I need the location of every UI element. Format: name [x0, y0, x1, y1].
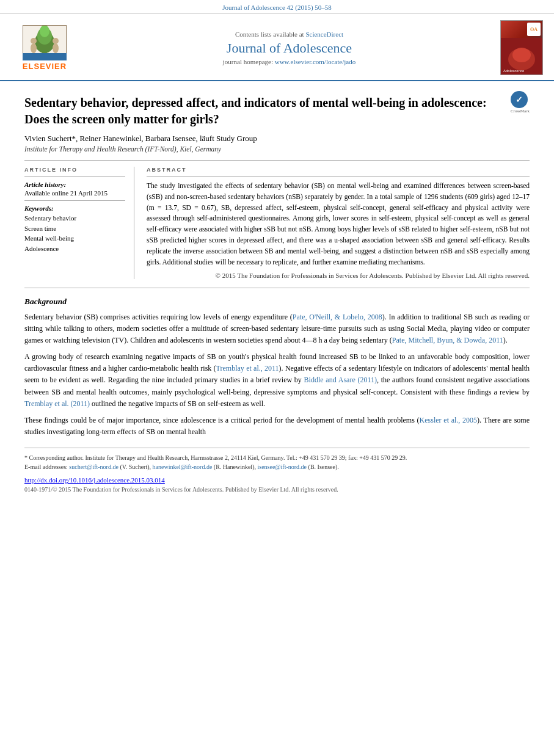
elsevier-text-label: ELSEVIER: [23, 62, 67, 71]
email-suchert[interactable]: suchert@ift-nord.de: [69, 463, 118, 470]
email-isensee[interactable]: isensee@ift-nord.de: [257, 463, 307, 470]
ref-pate-2008[interactable]: Pate, O'Neill, & Lobelo, 2008: [293, 313, 382, 321]
background-heading: Background: [24, 297, 530, 307]
crossmark-icon: ✓: [511, 91, 528, 108]
crossmark-label: CrossMark: [511, 109, 530, 114]
journal-homepage: journal homepage: www.elsevier.com/locat…: [84, 58, 494, 65]
article-title-section: Sedentary behavior, depressed affect, an…: [24, 90, 530, 134]
journal-citation: Journal of Adolescence 42 (2015) 50–58: [222, 4, 332, 11]
oa-badge: OA: [527, 23, 541, 36]
authors-line: Vivien Suchert*, Reiner Hanewinkel, Barb…: [24, 134, 530, 144]
email-hanewinkel[interactable]: hanewinkel@ift-nord.de: [153, 463, 213, 470]
ref-kessler-2005[interactable]: Kessler et al., 2005: [420, 416, 477, 424]
journal-title: Journal of Adolescence: [84, 40, 494, 56]
abstract-column: ABSTRACT The study investigated the effe…: [147, 167, 530, 279]
ref-tremblay-2011a[interactable]: Tremblay et al., 2011: [216, 364, 279, 373]
background-section: Background Sedentary behavior (SB) compr…: [24, 297, 530, 438]
keyword-2: Screen time: [24, 224, 125, 234]
background-paragraph-3: These findings could be of major importa…: [24, 415, 530, 438]
background-paragraph-2: A growing body of research examining neg…: [24, 351, 530, 410]
svg-point-9: [53, 38, 59, 44]
doi-link[interactable]: http://dx.doi.org/10.1016/j.adolescence.…: [24, 476, 165, 484]
ref-biddle-asare[interactable]: Biddle and Asare (2011): [304, 376, 377, 384]
keywords-label: Keywords:: [24, 205, 125, 212]
article-info-column: ARTICLE INFO Article history: Available …: [24, 167, 134, 279]
footnote-section: * Corresponding author. Institute for Th…: [24, 448, 530, 493]
top-bar: Journal of Adolescence 42 (2015) 50–58: [0, 0, 554, 14]
ref-pate-2011[interactable]: Pate, Mitchell, Byun, & Dowda, 2011: [392, 336, 503, 344]
keyword-3: Mental well-being: [24, 233, 125, 244]
footnote-corresponding: * Corresponding author. Institute for Th…: [24, 453, 530, 462]
sciencedirect-link[interactable]: ScienceDirect: [305, 31, 343, 38]
journal-header: ELSEVIER Contents lists available at Sci…: [0, 14, 554, 81]
svg-point-13: [512, 48, 531, 62]
doi-line: http://dx.doi.org/10.1016/j.adolescence.…: [24, 476, 530, 484]
abstract-copyright: © 2015 The Foundation for Professionals …: [147, 272, 530, 279]
section-divider: [24, 288, 530, 288]
journal-cover-image: OA Adolescence: [500, 20, 543, 75]
main-content: Sedentary behavior, depressed affect, an…: [0, 81, 554, 501]
article-title: Sedentary behavior, depressed affect, an…: [24, 95, 505, 128]
available-online: Available online 21 April 2015: [24, 189, 125, 197]
svg-point-6: [31, 43, 37, 53]
article-history-label: Article history:: [24, 181, 125, 188]
journal-header-center: Contents lists available at ScienceDirec…: [78, 31, 500, 65]
article-info-label: ARTICLE INFO: [24, 167, 125, 173]
svg-text:Adolescence: Adolescence: [503, 69, 525, 73]
keyword-1: Sedentary behavior: [24, 213, 125, 224]
elsevier-tree-icon: [23, 25, 67, 60]
footer-issn: 0140-1971/© 2015 The Foundation for Prof…: [24, 486, 530, 493]
sciencedirect-line: Contents lists available at ScienceDirec…: [84, 31, 494, 38]
crossmark-badge: ✓ CrossMark: [511, 91, 530, 114]
svg-point-8: [53, 43, 59, 53]
cover-art: Adolescence: [501, 38, 542, 75]
svg-point-4: [40, 25, 49, 37]
svg-point-7: [31, 38, 37, 44]
keywords-list: Sedentary behavior Screen time Mental we…: [24, 213, 125, 253]
background-paragraph-1: Sedentary behavior (SB) comprises activi…: [24, 311, 530, 347]
svg-rect-10: [23, 53, 67, 60]
elsevier-logo: ELSEVIER: [11, 25, 78, 71]
ref-tremblay-2011b[interactable]: Tremblay et al. (2011): [24, 399, 90, 408]
footnote-emails: E-mail addresses: suchert@ift-nord.de (V…: [24, 462, 530, 471]
keyword-4: Adolescence: [24, 244, 125, 254]
affiliation-line: Institute for Therapy and Health Researc…: [24, 145, 530, 153]
homepage-url[interactable]: www.elsevier.com/locate/jado: [275, 58, 355, 65]
article-info-abstract-section: ARTICLE INFO Article history: Available …: [24, 160, 530, 279]
abstract-text: The study investigated the effects of se…: [147, 181, 530, 268]
abstract-label: ABSTRACT: [147, 167, 530, 173]
